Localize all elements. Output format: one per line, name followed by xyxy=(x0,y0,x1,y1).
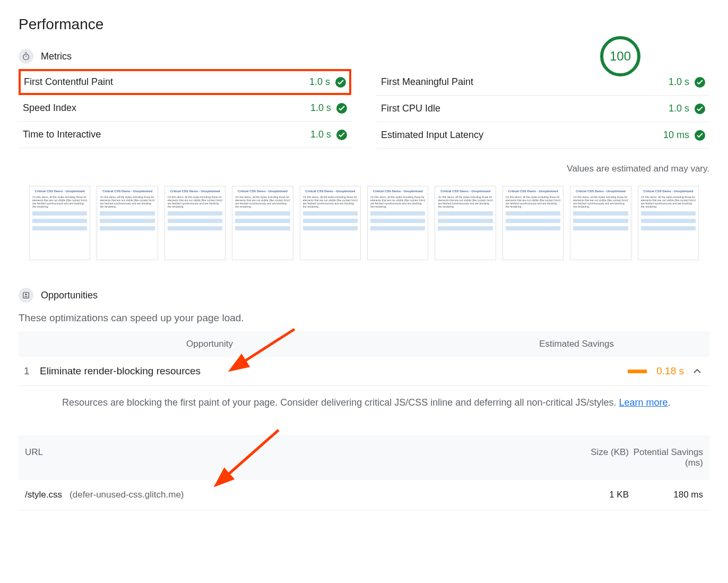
filmstrip-thumbnail: Critical CSS Demo - UnoptimizedOn this d… xyxy=(638,186,699,260)
filmstrip: Critical CSS Demo - UnoptimizedOn this d… xyxy=(19,186,709,260)
metric-row[interactable]: First Contentful Paint1.0 s xyxy=(19,69,351,95)
col-url: URL xyxy=(25,447,570,468)
col-potential-savings: Potential Savings (ms) xyxy=(629,447,703,468)
check-icon xyxy=(335,77,346,88)
col-savings: Estimated Savings xyxy=(233,339,646,349)
metrics-table: First Contentful Paint1.0 sSpeed Index1.… xyxy=(19,69,709,149)
url-row: /style.css (defer-unused-css.glitch.me) … xyxy=(19,480,709,510)
metric-label: First Contentful Paint xyxy=(24,76,113,88)
savings-time: 0.18 s xyxy=(653,365,684,377)
metrics-note: Values are estimated and may vary. xyxy=(19,164,709,174)
filmstrip-thumbnail: Critical CSS Demo - UnoptimizedOn this d… xyxy=(435,186,496,260)
filmstrip-thumbnail: Critical CSS Demo - UnoptimizedOn this d… xyxy=(97,186,158,260)
url-host: (defer-unused-css.glitch.me) xyxy=(70,490,184,500)
performance-score-gauge: 100 xyxy=(600,36,640,76)
check-icon xyxy=(695,77,705,88)
metric-value: 1.0 s xyxy=(310,102,331,114)
metric-row[interactable]: First Meaningful Paint1.0 s xyxy=(377,69,709,96)
metric-label: First CPU Idle xyxy=(381,103,440,114)
opportunities-description: These optimizations can speed up your pa… xyxy=(19,312,709,324)
score-value: 100 xyxy=(610,49,631,64)
opportunity-detail: Resources are blocking the first paint o… xyxy=(19,386,709,423)
savings-bar xyxy=(628,370,647,373)
metric-label: Speed Index xyxy=(23,102,76,114)
page-title: Performance xyxy=(19,16,103,33)
metric-value: 1.0 s xyxy=(669,76,689,88)
url-size: 1 KB xyxy=(570,490,629,500)
filmstrip-thumbnail: Critical CSS Demo - UnoptimizedOn this d… xyxy=(502,186,564,260)
metric-label: Estimated Input Latency xyxy=(381,130,483,141)
opportunity-row[interactable]: 1 Eliminate render-blocking resources 0.… xyxy=(19,357,709,386)
metric-label: First Meaningful Paint xyxy=(381,76,473,88)
check-icon xyxy=(695,104,705,114)
opportunities-icon xyxy=(19,288,33,303)
check-icon xyxy=(336,103,347,114)
metric-row[interactable]: Time to Interactive1.0 s xyxy=(19,122,351,148)
url-savings: 180 ms xyxy=(629,490,703,500)
opportunity-index: 1 xyxy=(24,365,40,377)
url-table-header: URL Size (KB) Potential Savings (ms) xyxy=(19,435,709,480)
filmstrip-thumbnail: Critical CSS Demo - UnoptimizedOn this d… xyxy=(164,186,226,260)
metric-value: 10 ms xyxy=(663,130,689,141)
col-opportunity: Opportunity xyxy=(42,339,233,349)
check-icon xyxy=(336,130,347,140)
filmstrip-thumbnail: Critical CSS Demo - UnoptimizedOn this d… xyxy=(570,186,631,260)
opportunity-detail-text: Resources are blocking the first paint o… xyxy=(62,397,619,408)
metric-value: 1.0 s xyxy=(309,76,330,88)
filmstrip-thumbnail: Critical CSS Demo - UnoptimizedOn this d… xyxy=(300,186,361,260)
url-path: /style.css xyxy=(25,490,62,500)
metric-value: 1.0 s xyxy=(669,103,689,114)
filmstrip-thumbnail: Critical CSS Demo - UnoptimizedOn this d… xyxy=(232,186,293,260)
metric-label: Time to Interactive xyxy=(23,129,101,140)
opportunities-table-header: Opportunity Estimated Savings xyxy=(19,331,709,357)
metric-row[interactable]: Estimated Input Latency10 ms xyxy=(377,122,709,149)
metric-row[interactable]: Speed Index1.0 s xyxy=(19,95,351,122)
stopwatch-icon xyxy=(19,49,33,64)
check-icon xyxy=(695,130,705,141)
metric-value: 1.0 s xyxy=(310,129,331,140)
filmstrip-thumbnail: Critical CSS Demo - UnoptimizedOn this d… xyxy=(29,186,90,260)
metrics-heading: Metrics xyxy=(41,51,72,62)
opportunities-heading: Opportunities xyxy=(41,290,98,301)
col-size: Size (KB) xyxy=(570,447,629,468)
metric-row[interactable]: First CPU Idle1.0 s xyxy=(377,96,709,122)
chevron-up-icon[interactable] xyxy=(694,367,701,375)
filmstrip-thumbnail: Critical CSS Demo - UnoptimizedOn this d… xyxy=(367,186,428,260)
opportunity-name: Eliminate render-blocking resources xyxy=(40,365,353,377)
learn-more-link[interactable]: Learn more xyxy=(619,397,668,408)
